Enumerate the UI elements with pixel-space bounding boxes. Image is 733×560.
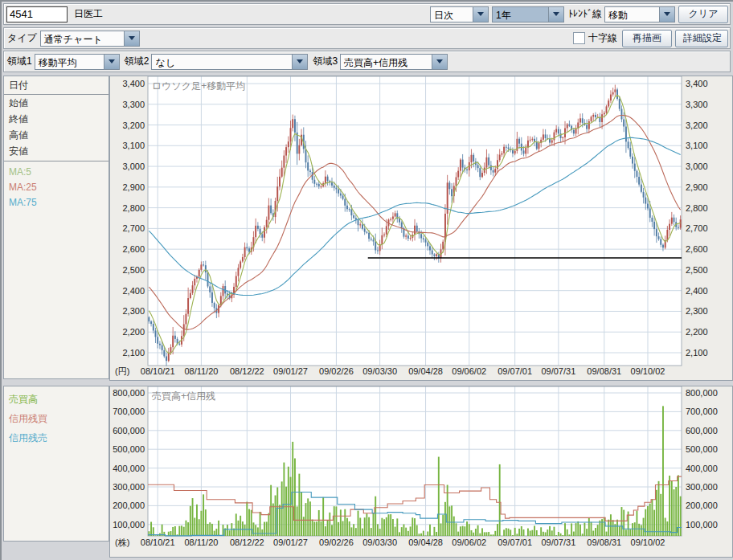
svg-text:2,300: 2,300	[686, 306, 708, 316]
svg-text:09/03/30: 09/03/30	[362, 366, 397, 376]
svg-text:800,000: 800,000	[686, 388, 718, 398]
ma5-legend-label: MA:5	[4, 164, 109, 178]
redraw-button[interactable]: 再描画	[622, 30, 672, 47]
volume-legend-sidebar: 売買高 信用残買 信用残売	[3, 386, 109, 542]
svg-text:400,000: 400,000	[113, 464, 145, 473]
svg-text:売買高+信用残: 売買高+信用残	[152, 390, 215, 402]
svg-text:3,200: 3,200	[686, 121, 708, 130]
svg-text:2,600: 2,600	[686, 244, 708, 254]
svg-text:2,100: 2,100	[686, 348, 708, 358]
price-info-sidebar: 日付 始値 終値 高値 安値 MA:5 MA:25 MA:75	[3, 76, 109, 379]
chart-type-dropdown-value: 通常チャート	[41, 31, 124, 46]
svg-text:500,000: 500,000	[686, 444, 718, 454]
chevron-down-icon[interactable]	[292, 55, 307, 69]
margin-buy-legend-label: 信用残買	[4, 407, 109, 427]
svg-text:08/11/20: 08/11/20	[184, 538, 218, 547]
chart-application-window: 日医工 日次 1年 ﾄﾚﾝﾄﾞ線 移動 クリア タイプ 通常チャート 十字線 再…	[0, 0, 733, 560]
svg-text:09/08/31: 09/08/31	[587, 366, 621, 376]
svg-text:3,300: 3,300	[686, 100, 708, 109]
region3-dropdown[interactable]: 売買高+信用残	[340, 54, 448, 70]
svg-text:3,200: 3,200	[122, 121, 145, 130]
svg-text:09/07/01: 09/07/01	[498, 538, 532, 547]
svg-text:700,000: 700,000	[686, 407, 718, 416]
svg-text:09/04/28: 09/04/28	[408, 538, 443, 547]
svg-text:09/02/26: 09/02/26	[319, 538, 354, 547]
main-chart-canvas[interactable]: 2,1002,1002,2002,2002,3002,3002,4002,400…	[110, 76, 732, 380]
chart-type-dropdown[interactable]: 通常チャート	[40, 31, 140, 47]
stock-code-input[interactable]	[6, 6, 68, 22]
type-label: タイプ	[7, 31, 37, 45]
svg-text:2,800: 2,800	[686, 203, 708, 213]
region1-dropdown[interactable]: 移動平均	[35, 54, 120, 70]
svg-text:09/07/31: 09/07/31	[541, 538, 575, 547]
svg-text:3,000: 3,000	[686, 161, 708, 171]
svg-text:100,000: 100,000	[113, 520, 145, 529]
svg-text:09/06/02: 09/06/02	[452, 538, 486, 547]
trendline-dropdown-value: 移動	[605, 7, 659, 22]
svg-text:700,000: 700,000	[113, 407, 145, 416]
svg-text:2,200: 2,200	[686, 327, 708, 337]
stock-name-label: 日医工	[74, 7, 103, 21]
svg-text:200,000: 200,000	[686, 501, 718, 510]
svg-text:08/11/20: 08/11/20	[184, 366, 218, 376]
svg-text:09/07/01: 09/07/01	[498, 366, 532, 376]
region2-dropdown-value: なし	[152, 55, 292, 69]
region3-label: 領域3	[313, 55, 338, 68]
volume-legend-label: 売買高	[4, 386, 109, 407]
svg-text:100,000: 100,000	[686, 520, 718, 529]
svg-text:2,900: 2,900	[122, 182, 145, 192]
svg-text:09/07/31: 09/07/31	[541, 366, 575, 376]
ma25-legend-label: MA:25	[4, 178, 109, 194]
svg-text:3,100: 3,100	[122, 141, 145, 150]
svg-text:2,300: 2,300	[122, 306, 145, 316]
chevron-down-icon[interactable]	[548, 7, 563, 22]
main-chart-panel: 2,1002,1002,2002,2002,3002,3002,4002,400…	[109, 76, 733, 381]
crosshair-checkbox[interactable]	[573, 32, 585, 44]
svg-text:2,400: 2,400	[122, 286, 145, 296]
svg-text:09/01/27: 09/01/27	[273, 366, 308, 376]
ma75-legend-label: MA:75	[4, 194, 109, 209]
region2-dropdown[interactable]: なし	[151, 54, 308, 70]
svg-text:08/10/21: 08/10/21	[141, 538, 175, 547]
svg-text:300,000: 300,000	[686, 482, 718, 492]
svg-text:300,000: 300,000	[113, 482, 145, 492]
chevron-down-icon[interactable]	[659, 7, 674, 22]
low-price-label: 安値	[4, 143, 109, 159]
svg-text:08/10/21: 08/10/21	[141, 366, 175, 376]
open-price-label: 始値	[4, 95, 109, 111]
svg-text:08/12/22: 08/12/22	[230, 366, 264, 376]
chevron-down-icon[interactable]	[104, 55, 119, 69]
region3-dropdown-value: 売買高+信用残	[341, 55, 432, 69]
svg-text:2,100: 2,100	[122, 348, 145, 358]
svg-text:09/08/31: 09/08/31	[587, 538, 621, 547]
trendline-type-dropdown[interactable]: 移動	[604, 6, 675, 22]
frequency-dropdown[interactable]: 日次	[430, 6, 489, 22]
chevron-down-icon[interactable]	[473, 7, 488, 22]
region1-label: 領域1	[7, 55, 32, 68]
range-dropdown-value: 1年	[493, 7, 548, 22]
close-price-label: 終値	[4, 111, 109, 127]
svg-text:600,000: 600,000	[113, 426, 145, 435]
svg-text:400,000: 400,000	[686, 464, 718, 473]
volume-chart-canvas[interactable]: 100,000100,000200,000200,000300,000300,0…	[110, 386, 732, 557]
svg-text:2,200: 2,200	[122, 327, 145, 337]
clear-button[interactable]: クリア	[678, 6, 728, 23]
svg-text:600,000: 600,000	[686, 426, 718, 435]
svg-text:09/10/02: 09/10/02	[631, 366, 665, 376]
toolbar-row-1: 日医工 日次 1年 ﾄﾚﾝﾄﾞ線 移動 クリア	[3, 3, 731, 25]
trendline-label: ﾄﾚﾝﾄﾞ線	[568, 7, 602, 21]
svg-text:3,400: 3,400	[686, 79, 708, 88]
svg-text:2,700: 2,700	[122, 223, 145, 233]
svg-text:(円): (円)	[115, 366, 129, 376]
svg-text:2,500: 2,500	[686, 265, 708, 275]
svg-text:ロウソク足+移動平均: ロウソク足+移動平均	[152, 80, 245, 92]
chevron-down-icon[interactable]	[124, 31, 139, 46]
range-dropdown[interactable]: 1年	[492, 6, 564, 22]
svg-text:3,000: 3,000	[122, 161, 145, 171]
svg-text:08/12/22: 08/12/22	[230, 538, 264, 547]
chevron-down-icon[interactable]	[432, 55, 447, 69]
svg-text:2,600: 2,600	[122, 244, 145, 254]
svg-text:2,800: 2,800	[122, 203, 145, 213]
svg-text:2,500: 2,500	[122, 265, 145, 275]
settings-button[interactable]: 詳細設定	[675, 30, 728, 47]
